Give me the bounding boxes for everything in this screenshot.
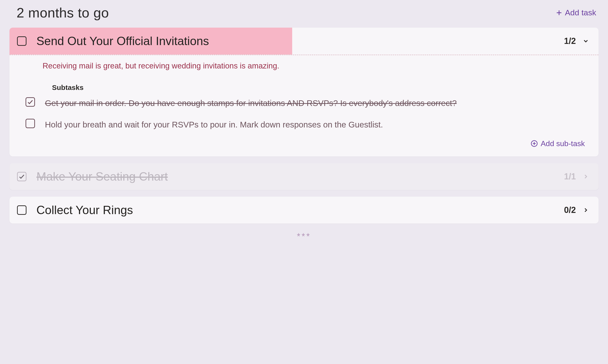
task-card: Collect Your Rings 0/2 — [10, 197, 598, 223]
task-body: Receiving mail is great, but receiving w… — [10, 55, 598, 156]
task-checkbox[interactable] — [17, 205, 27, 215]
task-progress: 1/1 — [564, 172, 576, 182]
task-title: Collect Your Rings — [36, 203, 564, 217]
add-task-label: Add task — [565, 8, 596, 17]
task-header[interactable]: Collect Your Rings 0/2 — [10, 197, 598, 223]
section-header: 2 months to go Add task — [10, 5, 598, 28]
subtask-row: Hold your breath and wait for your RSVPs… — [26, 119, 587, 131]
add-subtask-button[interactable]: Add sub-task — [42, 139, 587, 148]
add-task-button[interactable]: Add task — [555, 8, 596, 17]
task-header[interactable]: Send Out Your Official Invitations 1/2 — [10, 28, 598, 54]
subtask-text: Get your mail in order. Do you have enou… — [45, 97, 587, 109]
plus-circle-icon — [531, 140, 538, 147]
task-checkbox[interactable] — [17, 172, 27, 181]
chevron-right-icon[interactable] — [582, 207, 589, 213]
subtask-row: Get your mail in order. Do you have enou… — [26, 97, 587, 109]
task-checkbox[interactable] — [17, 36, 27, 46]
section-title: 2 months to go — [16, 5, 109, 21]
section-divider-decor: *** — [10, 230, 598, 242]
subtask-text: Hold your breath and wait for your RSVPs… — [45, 119, 587, 131]
task-title: Make Your Seating Chart — [36, 170, 564, 183]
plus-icon — [555, 9, 563, 16]
subtask-checkbox[interactable] — [26, 97, 35, 107]
subtasks-heading: Subtasks — [52, 84, 587, 91]
task-header[interactable]: Make Your Seating Chart 1/1 — [10, 163, 598, 190]
subtask-checkbox[interactable] — [26, 119, 35, 128]
task-progress: 0/2 — [564, 205, 576, 215]
task-title: Send Out Your Official Invitations — [36, 34, 564, 48]
task-progress: 1/2 — [564, 36, 576, 46]
task-card: Send Out Your Official Invitations 1/2 R… — [10, 28, 598, 156]
chevron-right-icon[interactable] — [582, 173, 589, 180]
chevron-down-icon[interactable] — [582, 38, 589, 44]
add-subtask-label: Add sub-task — [541, 139, 585, 148]
task-card: Make Your Seating Chart 1/1 — [10, 163, 598, 190]
task-description: Receiving mail is great, but receiving w… — [42, 60, 587, 71]
